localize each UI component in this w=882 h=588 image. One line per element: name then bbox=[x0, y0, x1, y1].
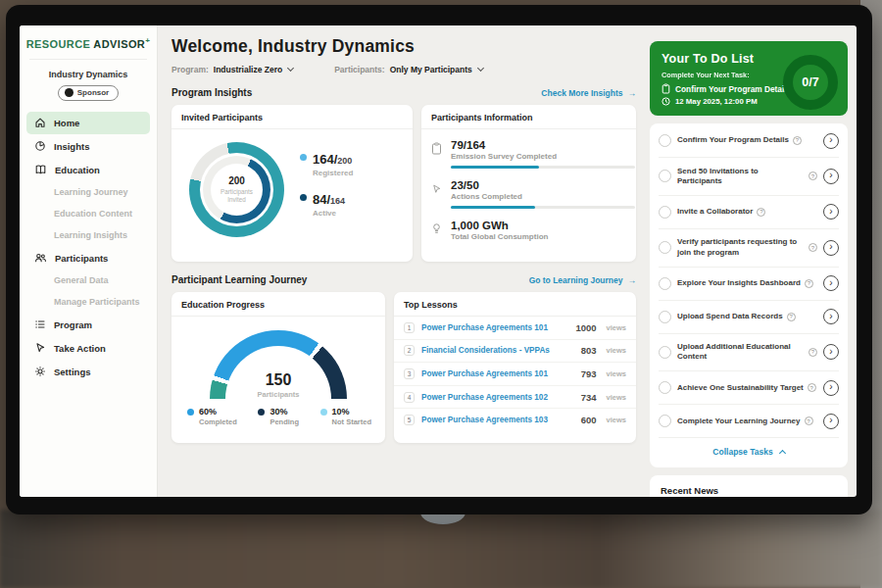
logo-resource: RESOURCE bbox=[26, 38, 91, 50]
info-icon[interactable]: ? bbox=[805, 416, 813, 425]
participants-dropdown[interactable]: Participants: Only My Participants bbox=[334, 65, 483, 74]
task-open-button[interactable]: › bbox=[823, 204, 839, 220]
task-checkbox[interactable] bbox=[659, 311, 671, 323]
sidebar-item-label: Participants bbox=[55, 253, 108, 264]
sidebar-item-learning-insights[interactable]: Learning Insights bbox=[26, 225, 150, 246]
progress-bar bbox=[451, 166, 635, 169]
sidebar-item-insights[interactable]: Insights bbox=[26, 135, 150, 158]
stat-label: Actions Completed bbox=[451, 192, 635, 201]
info-icon[interactable]: ? bbox=[805, 279, 813, 288]
info-icon[interactable]: ? bbox=[793, 136, 802, 145]
stats-list: 79/164 Emission Survey Completed 23/50 A… bbox=[421, 129, 636, 241]
recent-news-card: Recent News bbox=[650, 475, 848, 497]
task-checkbox[interactable] bbox=[659, 346, 671, 359]
recent-news-heading: Recent News bbox=[661, 485, 718, 496]
check-more-insights-link[interactable]: Check More Insights → bbox=[541, 88, 636, 98]
task-open-button[interactable]: › bbox=[823, 169, 839, 184]
sidebar-item-learning-journey[interactable]: Learning Journey bbox=[26, 182, 150, 203]
lesson-link[interactable]: Power Purchase Agreements 101 bbox=[421, 369, 574, 378]
todo-tasks-card: Confirm Your Program Details? › Send 50 … bbox=[650, 123, 848, 467]
lesson-rank: 4 bbox=[404, 392, 415, 403]
list-icon bbox=[34, 318, 46, 330]
section-title: Participant Learning Journey bbox=[172, 274, 307, 285]
lesson-link[interactable]: Power Purchase Agreements 103 bbox=[421, 416, 574, 424]
info-icon[interactable]: ? bbox=[808, 348, 817, 357]
invited-participants-card: Invited Participants 200 Participants In… bbox=[172, 105, 413, 262]
donut-center-label: Participants Invited bbox=[216, 188, 259, 204]
donut-center: 200 Participants Invited bbox=[211, 164, 263, 216]
sidebar-item-manage-participants[interactable]: Manage Participants bbox=[26, 292, 150, 313]
next-task-label: Confirm Your Program Details bbox=[675, 84, 791, 94]
divider bbox=[29, 59, 147, 60]
action-icon bbox=[431, 179, 444, 209]
learning-journey-header: Participant Learning Journey Go to Learn… bbox=[172, 274, 636, 285]
task-checkbox[interactable] bbox=[659, 415, 671, 427]
cursor-click-icon bbox=[34, 342, 46, 354]
sidebar-item-take-action[interactable]: Take Action bbox=[26, 337, 150, 360]
task-label: Upload Spend Data Records bbox=[677, 312, 783, 321]
sidebar-item-education[interactable]: Education bbox=[26, 159, 150, 181]
task-checkbox[interactable] bbox=[659, 381, 671, 394]
info-icon[interactable]: ? bbox=[808, 243, 817, 252]
task-checkbox[interactable] bbox=[659, 134, 671, 147]
legend-value: 84/ bbox=[313, 192, 330, 207]
info-icon[interactable]: ? bbox=[757, 208, 765, 217]
journey-cards-row: Education Progress 150 Participants 60% … bbox=[172, 292, 636, 443]
home-icon bbox=[34, 117, 46, 128]
sidebar-item-general-data[interactable]: General Data bbox=[26, 270, 150, 291]
clipboard-icon bbox=[431, 139, 444, 169]
lesson-link[interactable]: Power Purchase Agreements 102 bbox=[421, 393, 574, 402]
legend-total: 200 bbox=[337, 156, 352, 166]
task-label: Send 50 Invitations to Participants bbox=[677, 167, 805, 187]
program-dropdown[interactable]: Program: Industrialize Zero bbox=[172, 65, 293, 74]
task-open-button[interactable]: › bbox=[823, 414, 839, 429]
task-open-button[interactable]: › bbox=[823, 240, 839, 256]
task-row: Upload Additional Educational Content? › bbox=[659, 334, 839, 372]
task-row: Achieve One Sustainability Target? › bbox=[659, 371, 839, 405]
info-icon[interactable]: ? bbox=[808, 172, 817, 180]
lesson-link[interactable]: Financial Considerations - VPPAs bbox=[421, 346, 574, 355]
gauge-legend: 60% Completed 30% Pending bbox=[172, 399, 385, 426]
task-open-button[interactable]: › bbox=[823, 133, 839, 149]
legend-dot bbox=[320, 409, 327, 416]
task-open-button[interactable]: › bbox=[823, 275, 839, 291]
chevron-up-icon bbox=[779, 450, 786, 457]
task-open-button[interactable]: › bbox=[823, 380, 839, 396]
task-checkbox[interactable] bbox=[659, 241, 671, 254]
legend-item-registered: 164/200 Registered bbox=[300, 150, 353, 177]
sidebar-item-settings[interactable]: Settings bbox=[26, 361, 150, 383]
task-label: Verify participants requesting to join t… bbox=[677, 237, 805, 258]
lesson-row: 2 Financial Considerations - VPPAs 803 v… bbox=[394, 340, 636, 364]
collapse-tasks-link[interactable]: Collapse Tasks bbox=[659, 438, 839, 466]
task-checkbox[interactable] bbox=[659, 206, 671, 219]
sidebar-item-education-content[interactable]: Education Content bbox=[26, 204, 150, 224]
legend-item-pending: 30% Pending bbox=[258, 407, 299, 426]
task-checkbox[interactable] bbox=[659, 277, 671, 290]
sidebar-item-participants[interactable]: Participants bbox=[26, 247, 150, 270]
todo-progress-value: 0/7 bbox=[802, 75, 818, 89]
lesson-views: 793 bbox=[581, 368, 597, 379]
views-label: views bbox=[607, 416, 626, 424]
sidebar-item-label: Education bbox=[55, 165, 100, 175]
legend-pct: 60% bbox=[199, 407, 237, 416]
task-open-button[interactable]: › bbox=[823, 309, 839, 324]
sidebar-item-program[interactable]: Program bbox=[26, 314, 150, 336]
app-logo: RESOURCE ADVISOR+ bbox=[20, 36, 157, 50]
sidebar-item-home[interactable]: Home bbox=[26, 112, 150, 134]
task-checkbox[interactable] bbox=[659, 170, 671, 182]
chevron-down-icon bbox=[477, 65, 484, 72]
info-icon[interactable]: ? bbox=[787, 313, 796, 321]
task-open-button[interactable]: › bbox=[823, 344, 839, 360]
task-row: Complete Your Learning Journey? › bbox=[659, 405, 839, 438]
sponsor-badge[interactable]: Sponsor bbox=[58, 85, 119, 101]
task-label: Complete Your Learning Journey bbox=[677, 416, 801, 426]
donut-legend: 164/200 Registered 84/164 Active bbox=[300, 150, 353, 230]
stat-value: 1,000 GWh bbox=[451, 220, 624, 231]
go-to-learning-journey-link[interactable]: Go to Learning Journey → bbox=[529, 275, 636, 285]
legend-label: Registered bbox=[313, 169, 353, 177]
legend-value: 164/ bbox=[313, 152, 337, 167]
todo-progress-ring: 0/7 bbox=[783, 55, 838, 110]
legend-label: Not Started bbox=[332, 417, 371, 426]
lesson-link[interactable]: Power Purchase Agreements 101 bbox=[421, 323, 568, 332]
info-icon[interactable]: ? bbox=[808, 383, 816, 392]
